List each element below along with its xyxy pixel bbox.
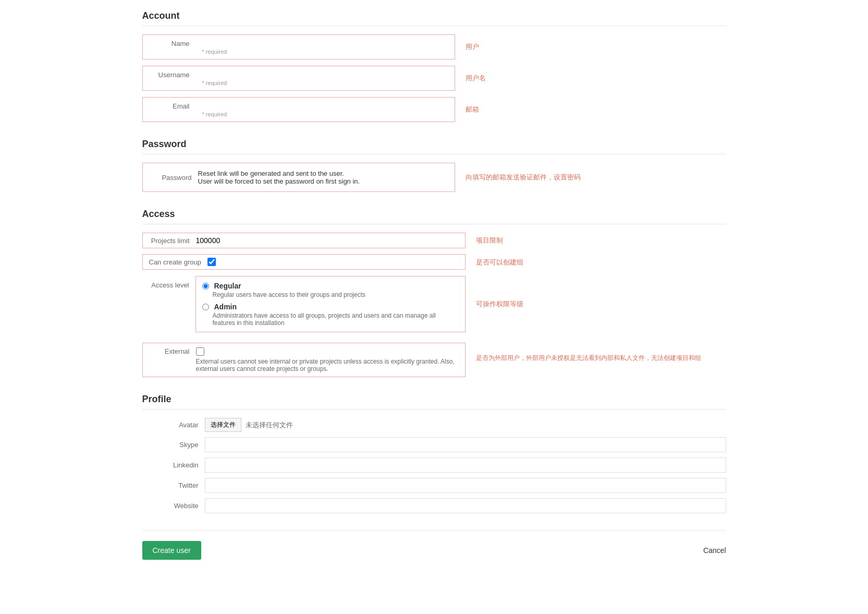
- access-level-regular-desc: Regular users have access to their group…: [213, 291, 366, 298]
- username-input[interactable]: [196, 70, 448, 79]
- can-create-group-box: Can create group: [142, 254, 466, 270]
- choose-file-button[interactable]: 选择文件: [205, 418, 241, 432]
- skype-input[interactable]: [205, 437, 726, 452]
- linkedin-label: Linkedin: [142, 461, 205, 469]
- can-create-group-checkbox[interactable]: [207, 258, 216, 266]
- email-input[interactable]: [196, 102, 448, 110]
- twitter-row: Twitter: [142, 478, 726, 493]
- access-level-admin-desc: Administrators have access to all groups…: [213, 312, 459, 327]
- external-checkbox[interactable]: [196, 347, 204, 356]
- external-description: External users cannot see internal or pr…: [196, 358, 459, 372]
- username-annotation: 用户名: [455, 74, 726, 83]
- can-create-group-container: Can create group: [142, 255, 466, 270]
- can-create-group-row: Can create group 是否可以创建组: [142, 255, 726, 270]
- external-label: External: [149, 347, 196, 355]
- password-field-container: Password Reset link will be generated an…: [142, 163, 455, 192]
- username-required: * required: [202, 80, 448, 86]
- linkedin-input[interactable]: [205, 458, 726, 473]
- twitter-input[interactable]: [205, 478, 726, 493]
- projects-limit-annotation: 项目限制: [466, 236, 726, 245]
- skype-label: Skype: [142, 441, 205, 449]
- access-title: Access: [142, 209, 726, 224]
- email-field-box: Email * required: [142, 97, 455, 122]
- access-level-regular-radio[interactable]: [202, 283, 209, 290]
- email-label: Email: [149, 102, 196, 110]
- avatar-row: Avatar 选择文件 未选择任何文件: [142, 418, 726, 432]
- email-field-container: Email * required: [142, 97, 455, 122]
- password-title: Password: [142, 139, 726, 154]
- access-level-regular-option: Regular Regular users have access to the…: [202, 282, 459, 298]
- access-level-regular-label: Regular: [214, 282, 241, 290]
- name-input[interactable]: [196, 39, 448, 47]
- name-label: Name: [149, 40, 196, 47]
- email-annotation: 邮箱: [455, 105, 726, 114]
- password-section: Password Password Reset link will be gen…: [142, 139, 726, 192]
- avatar-label: Avatar: [142, 421, 205, 429]
- password-message: Reset link will be generated and sent to…: [198, 170, 360, 185]
- external-annotation: 是否为外部用户，外部用户未授权是无法看到内部和私人文件，无法创建项目和组: [466, 354, 726, 363]
- avatar-input-area: 选择文件 未选择任何文件: [205, 418, 293, 432]
- footer: Create user Cancel: [142, 530, 726, 560]
- twitter-label: Twitter: [142, 481, 205, 489]
- profile-section: Profile Avatar 选择文件 未选择任何文件 Skype Linked…: [142, 394, 726, 513]
- username-field-box: Username * required: [142, 66, 455, 91]
- website-label: Website: [142, 502, 205, 510]
- access-level-row: Access level Regular Regular users have …: [142, 276, 726, 332]
- projects-limit-input[interactable]: [196, 236, 259, 245]
- external-content: External users cannot see internal or pr…: [196, 347, 459, 372]
- password-label: Password: [151, 174, 198, 182]
- name-required: * required: [202, 49, 448, 55]
- access-section: Access Projects limit 项目限制 Can create gr…: [142, 209, 726, 377]
- email-row: Email * required 邮箱: [142, 97, 726, 122]
- projects-limit-container: Projects limit: [142, 233, 466, 248]
- skype-row: Skype: [142, 437, 726, 452]
- username-field-container: Username * required: [142, 66, 455, 91]
- password-annotation: 向填写的邮箱发送验证邮件，设置密码: [455, 173, 726, 182]
- access-level-admin-label: Admin: [214, 303, 237, 311]
- email-required: * required: [202, 111, 448, 117]
- profile-title: Profile: [142, 394, 726, 410]
- account-section: Account Name * required 用户 Username: [142, 10, 726, 122]
- access-level-options-box: Regular Regular users have access to the…: [195, 276, 466, 332]
- password-box: Password Reset link will be generated an…: [142, 163, 455, 192]
- can-create-group-label: Can create group: [149, 258, 207, 266]
- projects-limit-label: Projects limit: [149, 237, 196, 245]
- password-line2: User will be forced to set the password …: [198, 177, 360, 185]
- projects-limit-row: Projects limit 项目限制: [142, 233, 726, 248]
- access-level-label: Access level: [142, 276, 195, 289]
- access-level-admin-radio[interactable]: [202, 304, 209, 310]
- access-level-container: Access level Regular Regular users have …: [142, 276, 466, 332]
- username-label: Username: [149, 71, 196, 79]
- password-line1: Reset link will be generated and sent to…: [198, 170, 360, 177]
- external-row: External External users cannot see inter…: [142, 339, 726, 377]
- external-container: External External users cannot see inter…: [142, 339, 466, 377]
- external-box: External External users cannot see inter…: [142, 343, 466, 377]
- create-user-button[interactable]: Create user: [142, 541, 201, 560]
- name-field-container: Name * required: [142, 34, 455, 59]
- access-level-annotation: 可操作权限等级: [466, 299, 726, 309]
- name-annotation: 用户: [455, 42, 726, 52]
- linkedin-row: Linkedin: [142, 458, 726, 473]
- account-title: Account: [142, 10, 726, 26]
- cancel-button[interactable]: Cancel: [703, 546, 726, 555]
- website-row: Website: [142, 498, 726, 513]
- website-input[interactable]: [205, 498, 726, 513]
- projects-limit-box: Projects limit: [142, 233, 466, 248]
- username-row: Username * required 用户名: [142, 66, 726, 91]
- password-row: Password Reset link will be generated an…: [142, 163, 726, 192]
- can-create-group-annotation: 是否可以创建组: [466, 258, 726, 267]
- name-row: Name * required 用户: [142, 34, 726, 59]
- name-field-box: Name * required: [142, 34, 455, 59]
- access-level-admin-option: Admin Administrators have access to all …: [202, 303, 459, 327]
- no-file-label: 未选择任何文件: [246, 420, 293, 430]
